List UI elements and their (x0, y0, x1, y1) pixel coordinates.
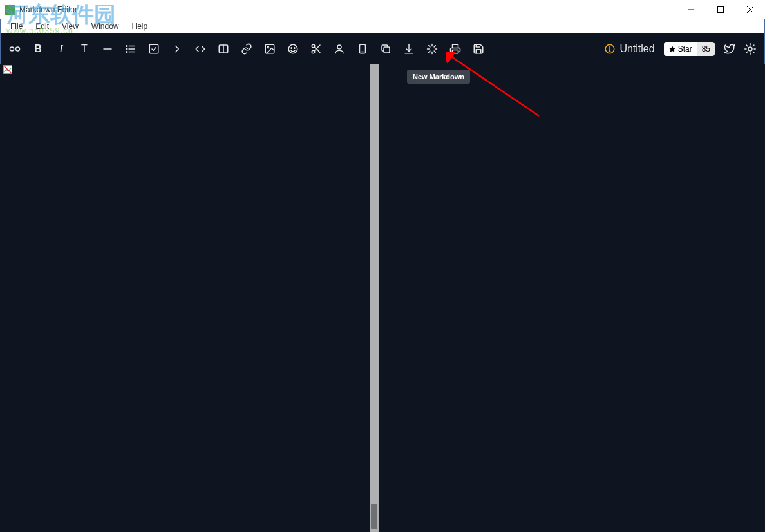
minimize-button[interactable] (676, 0, 706, 19)
scrollbar-thumb[interactable] (371, 504, 377, 529)
svg-point-11 (126, 48, 128, 50)
svg-rect-1 (718, 7, 724, 13)
svg-line-24 (317, 50, 320, 53)
svg-rect-39 (453, 50, 458, 53)
menu-edit[interactable]: Edit (30, 21, 54, 32)
alert-icon (604, 43, 616, 55)
italic-button[interactable]: I (55, 43, 67, 55)
copy-icon[interactable] (380, 43, 392, 55)
svg-line-37 (429, 51, 430, 52)
menubar: File Edit View Window Help (0, 19, 765, 33)
svg-point-44 (748, 47, 752, 51)
preview-pane (379, 64, 765, 532)
bold-button[interactable]: B (32, 43, 44, 55)
logo-icon[interactable] (9, 43, 21, 55)
svg-point-42 (610, 51, 610, 52)
image-button[interactable] (264, 43, 276, 55)
svg-point-20 (294, 48, 296, 49)
emoji-button[interactable] (287, 43, 299, 55)
github-star-badge[interactable]: Star 85 (664, 42, 715, 56)
menu-view[interactable]: View (57, 21, 84, 32)
svg-line-33 (429, 46, 430, 47)
editor-area (0, 64, 765, 532)
columns-button[interactable] (218, 43, 229, 55)
svg-line-48 (753, 52, 754, 53)
editor-pane[interactable] (0, 64, 370, 532)
user-icon[interactable] (334, 43, 345, 55)
print-icon[interactable] (449, 43, 461, 55)
list-button[interactable] (125, 43, 137, 55)
svg-point-5 (16, 47, 20, 51)
svg-rect-29 (384, 47, 390, 53)
svg-line-38 (434, 46, 435, 47)
document-title: Untitled (604, 43, 654, 55)
title-button[interactable]: T (79, 43, 90, 55)
tooltip-new-markdown: New Markdown (407, 70, 470, 84)
theme-icon[interactable] (744, 43, 756, 55)
download-icon[interactable] (403, 43, 415, 55)
app-icon (5, 5, 15, 15)
window-controls (676, 0, 765, 19)
svg-point-19 (291, 48, 292, 49)
star-label: Star (678, 44, 692, 53)
broken-image-icon (3, 64, 13, 75)
svg-line-52 (753, 45, 754, 46)
svg-point-26 (337, 45, 341, 49)
link-button[interactable] (241, 43, 252, 55)
titlebar: Markdown Editor (0, 0, 765, 19)
svg-line-25 (314, 47, 316, 49)
svg-line-34 (434, 51, 435, 52)
svg-marker-43 (669, 46, 675, 52)
toolbar: B I T Untitled Star (0, 33, 765, 64)
menu-window[interactable]: Window (86, 21, 124, 32)
document-title-text: Untitled (619, 43, 654, 55)
menu-help[interactable]: Help (127, 21, 153, 32)
new-markdown-button[interactable] (426, 43, 438, 55)
svg-point-10 (126, 46, 128, 47)
svg-line-47 (746, 45, 748, 46)
save-icon[interactable] (473, 43, 484, 55)
menu-file[interactable]: File (5, 21, 28, 32)
star-count: 85 (697, 42, 715, 56)
svg-line-51 (746, 52, 748, 53)
window-title: Markdown Editor (19, 5, 77, 14)
twitter-icon[interactable] (724, 43, 735, 55)
svg-point-18 (288, 44, 298, 53)
quote-button[interactable] (171, 43, 183, 55)
editor-scrollbar[interactable] (370, 64, 379, 532)
svg-point-4 (10, 47, 14, 51)
svg-rect-13 (149, 44, 158, 53)
svg-point-12 (126, 52, 128, 53)
hr-button[interactable] (102, 43, 113, 55)
tablet-icon[interactable] (357, 43, 368, 55)
checkbox-button[interactable] (148, 43, 160, 55)
svg-point-17 (267, 46, 269, 48)
maximize-button[interactable] (706, 0, 735, 19)
scissors-icon[interactable] (310, 43, 322, 55)
code-button[interactable] (194, 43, 206, 55)
close-button[interactable] (735, 0, 765, 19)
